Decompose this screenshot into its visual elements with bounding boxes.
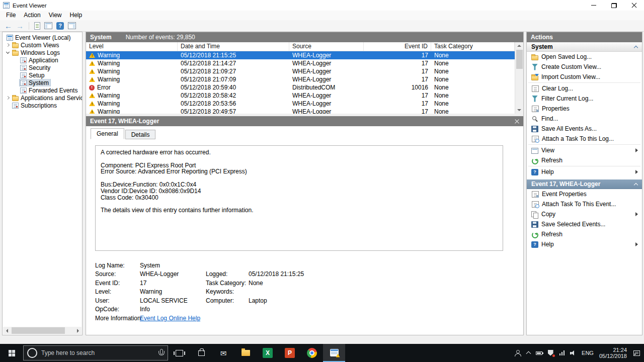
taskbar-event-viewer-button-active[interactable] [323,344,345,362]
restore-button[interactable] [604,0,624,11]
scrollbar-thumb[interactable] [516,50,523,69]
export-list-button[interactable] [34,22,40,30]
taskbar-mail-button[interactable]: ✉ [212,344,234,362]
action-help[interactable]: Help [527,167,642,177]
taskbar-powerpoint-button[interactable] [279,344,301,362]
action-pane-toggle-button[interactable] [68,22,76,29]
scroll-right-button[interactable] [74,327,82,334]
actions-section-system[interactable]: System [527,42,642,52]
action-copy[interactable]: Copy [527,209,642,219]
triangle-down-icon [517,109,521,111]
volume-icon[interactable] [570,350,576,356]
action-refresh-event[interactable]: Refresh [527,229,642,239]
close-button[interactable] [624,0,644,11]
close-preview-icon[interactable] [515,119,519,124]
action-view[interactable]: View [527,145,642,155]
event-row[interactable]: Warning 05/12/2018 21:15:25 WHEA-Logger … [86,51,515,59]
scroll-up-button[interactable] [515,42,523,49]
show-hidden-icons-chevron[interactable] [526,351,531,356]
action-save-all-events-as[interactable]: Save All Events As... [527,124,642,134]
column-header-task-category[interactable]: Task Category [431,42,515,51]
taskbar-search[interactable] [23,345,168,360]
help-button[interactable] [56,22,64,30]
people-icon[interactable] [514,350,521,356]
field-label: Level: [95,288,140,295]
help-icon [531,241,538,248]
battery-icon[interactable] [536,351,542,355]
clock[interactable]: 21:24 05/12/2018 [599,347,627,359]
action-help-event[interactable]: Help [527,239,642,249]
taskbar-excel-button[interactable] [257,344,279,362]
tree-item-forwarded-events[interactable]: Forwarded Events [3,86,82,94]
action-properties[interactable]: Properties [527,104,642,114]
action-event-properties[interactable]: Event Properties [527,189,642,199]
tree-item-applications-and-services[interactable]: Applications and Services Log [3,94,82,102]
search-input[interactable] [41,349,154,356]
back-button[interactable]: ← [5,22,12,30]
event-row[interactable]: Error 05/12/2018 20:59:40 DistributedCOM… [86,83,515,92]
column-header-source[interactable]: Source [289,42,364,51]
tree-item-custom-views[interactable]: Custom Views [3,41,82,49]
action-create-custom-view[interactable]: Create Custom View... [527,62,642,72]
action-refresh[interactable]: Refresh [527,155,642,165]
chevron-down-icon[interactable] [6,50,10,54]
action-open-saved-log[interactable]: Open Saved Log... [527,52,642,62]
event-row[interactable]: Warning 05/12/2018 21:14:27 WHEA-Logger … [86,59,515,67]
event-row[interactable]: Warning 05/12/2018 20:53:56 WHEA-Logger … [86,100,515,108]
event-log-online-help-link[interactable]: Event Log Online Help [140,315,200,322]
console-tree-toggle-button[interactable] [44,22,52,29]
security-tray-icon[interactable] [548,350,554,356]
cortana-icon[interactable] [27,348,37,358]
action-attach-task-to-event[interactable]: Attach Task To This Event... [527,199,642,209]
action-find[interactable]: Find... [527,114,642,124]
tree-item-application[interactable]: Application [3,56,82,64]
event-row[interactable]: Warning 05/12/2018 20:58:42 WHEA-Logger … [86,92,515,100]
taskbar-store-button[interactable] [190,344,212,362]
action-clear-log[interactable]: Clear Log... [527,83,642,94]
scrollbar-thumb[interactable] [12,327,65,334]
tree-item-windows-logs[interactable]: Windows Logs [3,49,82,56]
tree-item-event-viewer-local[interactable]: Event Viewer (Local) [3,34,82,41]
taskbar-file-explorer-button[interactable] [234,344,257,362]
tree-item-subscriptions[interactable]: Subscriptions [3,102,82,109]
tree-item-security[interactable]: Security [3,64,82,71]
menu-item-action[interactable]: Action [20,11,44,20]
column-header-event-id[interactable]: Event ID [364,42,431,51]
minimize-button[interactable] [584,0,604,11]
tree-item-setup[interactable]: Setup [3,71,82,79]
tab-general[interactable]: General [91,128,124,139]
taskbar-chrome-button[interactable] [301,344,323,362]
window-titlebar[interactable]: Event Viewer [0,0,644,11]
actions-section-event[interactable]: Event 17, WHEA-Logger [527,179,642,189]
collapse-icon[interactable] [634,45,638,49]
tree-item-system[interactable]: System [3,79,82,86]
forward-button[interactable]: → [16,22,24,30]
vertical-scrollbar[interactable] [515,42,523,114]
chevron-right-icon[interactable] [6,43,10,47]
menu-item-view[interactable]: View [45,11,66,20]
action-filter-current-log[interactable]: Filter Current Log... [527,94,642,104]
chevron-right-icon[interactable] [6,96,10,100]
scroll-left-button[interactable] [3,327,11,334]
tab-details[interactable]: Details [125,130,156,139]
action-center-icon[interactable] [633,350,640,356]
scroll-down-button[interactable] [515,107,523,114]
network-icon[interactable] [559,350,565,355]
action-attach-task-to-log[interactable]: Attach a Task To this Log... [527,134,642,144]
action-save-selected-events[interactable]: Save Selected Events... [527,219,642,229]
event-row[interactable]: Warning 05/12/2018 21:09:27 WHEA-Logger … [86,67,515,75]
menu-item-help[interactable]: Help [66,11,87,20]
horizontal-scrollbar[interactable] [3,327,82,334]
start-button[interactable] [0,344,23,362]
column-header-date[interactable]: Date and Time [178,42,289,51]
collapse-icon[interactable] [634,183,638,187]
event-viewer-icon [7,35,13,41]
microphone-icon[interactable] [158,349,164,357]
menu-item-file[interactable]: File [2,11,20,20]
event-row[interactable]: Warning 05/12/2018 21:07:09 WHEA-Logger … [86,75,515,83]
event-row[interactable]: Warning 05/12/2018 20:49:57 WHEA-Logger … [86,108,515,114]
task-view-button[interactable] [168,344,190,362]
action-import-custom-view[interactable]: Import Custom View... [527,72,642,82]
language-indicator[interactable]: ENG [582,350,594,356]
column-header-level[interactable]: Level [86,42,178,51]
